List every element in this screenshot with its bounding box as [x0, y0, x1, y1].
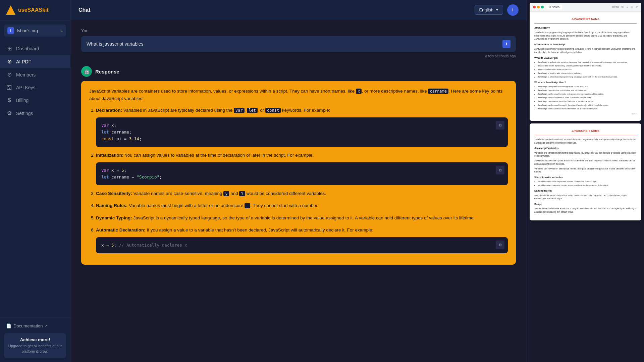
org-name: Ishan's org — [17, 28, 57, 33]
pdf-text-vars: Variables are containers for storing dat… — [534, 151, 637, 158]
doc-icon: 📄 — [6, 323, 11, 328]
point-case-sensitivity: Case Sensitivity: Variable names are cas… — [96, 190, 508, 197]
pdf-section-intro: Introduction to JavaScript: — [534, 43, 637, 46]
language-label: English — [479, 7, 493, 12]
pdf-section-what-is: What is JavaScript? — [534, 56, 637, 60]
sidebar-item-label: Settings — [16, 111, 33, 116]
pdf-minimize-dot — [537, 6, 540, 8]
header-right: English ▼ I — [475, 4, 519, 16]
user-initial-badge: I — [502, 40, 511, 48]
settings-icon: ⚙ — [6, 110, 13, 116]
pdf-list-write-vars: Variable names must begin with a letter,… — [534, 180, 637, 187]
pdf-card-2: JAVASCRIPT Notes JavaScript can both sen… — [530, 123, 641, 220]
user-message-text: What is javascript variables — [87, 41, 144, 47]
sidebar-item-settings[interactable]: ⚙ Settings — [0, 107, 70, 120]
api-keys-icon: ⚿ — [6, 85, 13, 91]
user-bubble: What is javascript variables I — [81, 36, 516, 52]
org-chevron-icon: ⇅ — [60, 29, 63, 33]
response-label: Response — [95, 69, 119, 74]
documentation-link[interactable]: 📄 Documentation ↗ — [4, 321, 66, 330]
inline-code-y-upper: Y — [239, 191, 245, 196]
user-avatar-button[interactable]: I — [507, 4, 519, 16]
response-block: 🤖 Response JavaScript variables are cont… — [81, 66, 516, 265]
code-block-1: ⧉ var x; let carname; const pi = 3.14; — [96, 117, 508, 147]
code-block-3: ⧉ x = 5; // Automatically declares x — [96, 237, 508, 253]
pdf-maximize-dot — [541, 6, 544, 8]
copy-button-2[interactable]: ⧉ — [496, 166, 504, 174]
sidebar-footer: 📄 Documentation ↗ Achieve more! Upgrade … — [0, 317, 70, 362]
pdf-close-dot — [533, 6, 536, 8]
pdf-title-1: JAVASCRIPT Notes — [534, 17, 637, 23]
pdf-rotate-icon[interactable]: ↻ — [621, 5, 624, 9]
nav-items: ⊞ Dashboard ⊛ AI PDF ⊙ Members ⚿ API Key… — [0, 41, 70, 317]
sidebar-item-label: Dashboard — [16, 46, 39, 51]
pdf-card-1: 3 Notes 100% ↻ ⤓ ⊞ ↗ JAVASCRIPT Notes JA… — [530, 3, 641, 121]
pdf-title-2: JAVASCRIPT Notes — [534, 129, 637, 135]
keyword-let: let — [247, 108, 258, 113]
pdf-external-icon[interactable]: ↗ — [635, 5, 638, 9]
header: Chat English ▼ I — [70, 0, 527, 20]
pdf-tab-label: 3 Notes — [546, 5, 562, 9]
message-timestamp: a few seconds ago — [81, 54, 516, 58]
point-dynamic-typing: Dynamic Typing: JavaScript is a dynamica… — [96, 214, 508, 222]
point-auto-declaration: Automatic Declaration: If you assign a v… — [96, 226, 508, 253]
upgrade-desc: Upgrade to get all benefits of our platf… — [8, 344, 62, 354]
sidebar-item-dashboard[interactable]: ⊞ Dashboard — [0, 42, 70, 55]
pdf-text-flexible: JavaScript has flexible syntax. Blocks o… — [534, 159, 637, 166]
pdf-zoom-level: 100% — [611, 5, 619, 9]
chat-area: Chat English ▼ I You What is javascript … — [70, 0, 527, 362]
upgrade-title: Achieve more! — [8, 337, 62, 342]
billing-icon: $ — [6, 97, 13, 103]
pdf-card-2-content: JAVASCRIPT Notes JavaScript can both sen… — [530, 123, 641, 220]
point-initialization: Initialization: You can assign values to… — [96, 152, 508, 185]
chevron-down-icon: ▼ — [495, 8, 499, 12]
pdf-text-async: JavaScript can both send and receive inf… — [534, 138, 637, 145]
inline-code-y-lower: y — [223, 191, 229, 196]
pdf-traffic-lights — [533, 6, 544, 8]
pdf-grid-icon[interactable]: ⊞ — [631, 5, 633, 9]
copy-button-1[interactable]: ⧉ — [496, 121, 504, 130]
pdf-section-variables: Javascript Variables — [534, 146, 637, 150]
pdf-text-2: JavaScript is an interpreted programming… — [534, 47, 637, 54]
org-selector[interactable]: I Ishan's org ⇅ — [4, 24, 66, 37]
logo-text: useSAASkit — [18, 7, 49, 13]
pdf-controls: 100% ↻ ⤓ ⊞ ↗ — [611, 5, 638, 9]
chat-messages: You What is javascript variables I a few… — [70, 20, 527, 362]
sidebar-item-billing[interactable]: $ Billing — [0, 94, 70, 107]
doc-label: Documentation — [13, 323, 43, 328]
pdf-text-naming: A valid variable name starts with a lett… — [534, 194, 637, 201]
pdf-section-use: What are JavaScript Use ? — [534, 81, 637, 84]
sidebar-item-ai-pdf[interactable]: ⊛ AI PDF — [0, 55, 70, 68]
response-intro-text: JavaScript variables are containers used… — [89, 88, 508, 103]
pdf-section-javascript: JAVASCRIPT — [534, 26, 637, 30]
pdf-card-1-header: 3 Notes 100% ↻ ⤓ ⊞ ↗ — [530, 3, 641, 12]
point-declaration: Declaration: Variables in JavaScript are… — [96, 107, 508, 147]
sidebar-item-api-keys[interactable]: ⚿ API Keys — [0, 81, 70, 94]
language-selector[interactable]: English ▼ — [475, 5, 503, 15]
sidebar-item-label: API Keys — [16, 85, 36, 90]
sidebar-item-label: Members — [16, 72, 36, 77]
pdf-section-how-write: 3 how to write variables: — [534, 175, 637, 179]
point-naming-rules: Naming Rules: Variable names must begin … — [96, 202, 508, 209]
response-avatar: 🤖 — [81, 66, 92, 77]
pdf-panel: 3 Notes 100% ↻ ⤓ ⊞ ↗ JAVASCRIPT Notes JA… — [527, 0, 644, 362]
page-title: Chat — [78, 7, 91, 13]
user-message-block: You What is javascript variables I a few… — [81, 28, 516, 58]
sidebar-item-members[interactable]: ⊙ Members — [0, 68, 70, 81]
copy-button-3[interactable]: ⧉ — [496, 241, 504, 249]
inline-code-x: x — [356, 89, 362, 94]
pdf-card-1-content: JAVASCRIPT Notes JAVASCRIPT JavaScript i… — [530, 12, 641, 121]
pdf-list-what-is: JavaScript is a client-side scripting la… — [534, 61, 637, 79]
keyword-var: var — [234, 108, 245, 113]
response-body: JavaScript variables are containers used… — [81, 81, 516, 265]
pdf-section-scope: Scope — [534, 202, 637, 206]
pdf-download-icon[interactable]: ⤓ — [626, 5, 629, 9]
pdf-page-num-1: 5 of 7 — [534, 112, 637, 115]
pdf-text-scope: A variable declared inside a function is… — [534, 207, 637, 214]
external-link-icon: ↗ — [45, 324, 47, 328]
pdf-text-1: JavaScript is a programming language of … — [534, 31, 637, 41]
code-block-2: ⧉ var x = 5; let carname = "Scorpio"; — [96, 162, 508, 185]
sidebar: useSAASkit I Ishan's org ⇅ ⊞ Dashboard ⊛… — [0, 0, 70, 362]
pdf-text-descriptive: Variables can have short descriptive nam… — [534, 167, 637, 174]
logo-area: useSAASkit — [0, 0, 70, 20]
